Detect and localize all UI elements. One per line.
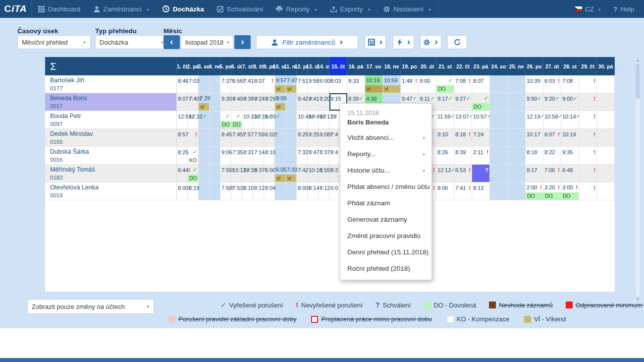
employee-cell[interactable]: Beneda Boris0017 bbox=[45, 93, 177, 111]
day-cell[interactable]: 9:41 bbox=[308, 93, 319, 111]
day-cell[interactable]: 7:47ví bbox=[286, 75, 297, 93]
vertical-scrollbar[interactable]: ▲ ▼ bbox=[635, 58, 641, 302]
nav-item-dochazka[interactable]: Docházka bbox=[156, 0, 211, 18]
legend-item[interactable]: DO - Dovolená bbox=[424, 302, 476, 309]
day-cell[interactable]: 9:10 bbox=[436, 129, 454, 146]
day-cell[interactable] bbox=[286, 111, 297, 128]
day-cell[interactable]: 9:30✓ bbox=[220, 93, 231, 111]
context-menu-item[interactable]: Přidat záznam bbox=[340, 195, 431, 211]
day-cell[interactable]: 7:24 bbox=[472, 129, 490, 146]
day-cell[interactable]: 8:39 bbox=[454, 147, 472, 164]
day-cell[interactable]: ! bbox=[579, 165, 597, 182]
day-cell[interactable]: ✓DO bbox=[188, 165, 199, 182]
day-cell[interactable]: 12:32✓ bbox=[188, 111, 199, 128]
day-cell[interactable]: 9:39✓ bbox=[242, 93, 253, 111]
day-cell[interactable] bbox=[210, 147, 220, 164]
quick-actions-button[interactable]: › bbox=[393, 35, 414, 49]
nav-item-nastaveni[interactable]: Nastavení▼ bbox=[377, 0, 438, 18]
day-cell[interactable] bbox=[490, 111, 508, 128]
day-cell[interactable]: 9:57ví bbox=[275, 75, 286, 93]
day-cell[interactable]: 8:25 bbox=[177, 147, 188, 164]
day-cell[interactable]: 9:37! bbox=[253, 165, 264, 182]
day-cell[interactable] bbox=[275, 147, 286, 164]
day-cell[interactable] bbox=[597, 75, 615, 93]
day-cell[interactable]: 8:12 bbox=[319, 182, 329, 200]
day-cell[interactable]: 9:33 bbox=[347, 75, 365, 93]
day-cell[interactable]: 7:53! bbox=[231, 182, 242, 200]
day-cell[interactable]: ✓DO bbox=[220, 111, 231, 128]
day-cell[interactable]: ! bbox=[579, 182, 597, 200]
day-cell[interactable] bbox=[597, 147, 615, 164]
day-cell[interactable] bbox=[199, 165, 210, 182]
day-cell[interactable] bbox=[508, 75, 526, 93]
legend-item[interactable]: KO - Kompenzace bbox=[447, 315, 509, 323]
day-cell[interactable]: 7:58! bbox=[220, 182, 231, 200]
day-cell[interactable]: 8:03 bbox=[329, 75, 347, 93]
context-menu-item[interactable]: Změnit pracovní pravidlo bbox=[340, 228, 431, 244]
day-cell[interactable]: 6:02! bbox=[264, 129, 275, 146]
day-cell[interactable]: 8:00! bbox=[297, 182, 308, 200]
day-cell[interactable] bbox=[508, 129, 526, 146]
legend-item[interactable]: Porušení pravidel základní pracovní doby bbox=[168, 315, 296, 323]
day-cell[interactable]: 8:37 bbox=[319, 147, 329, 164]
day-cell[interactable] bbox=[508, 147, 526, 164]
day-cell[interactable]: ? bbox=[472, 165, 490, 182]
day-cell[interactable]: 8:17 bbox=[526, 165, 543, 182]
day-cell[interactable]: 7:35 bbox=[231, 147, 242, 164]
day-cell[interactable]: 6:00! bbox=[319, 75, 329, 93]
day-cell[interactable]: 9:20✓ bbox=[264, 111, 275, 128]
day-cell[interactable]: ✓KO bbox=[188, 147, 199, 164]
day-cell[interactable]: 10:59ví bbox=[383, 75, 401, 93]
day-cell[interactable]: 10:57✓ bbox=[472, 111, 490, 128]
day-cell[interactable]: 9:07✓ bbox=[177, 93, 188, 111]
day-cell[interactable] bbox=[597, 182, 615, 200]
employee-cell[interactable]: Bartošek Jiří0177 bbox=[45, 75, 177, 93]
day-cell[interactable]: 5:05ví bbox=[275, 165, 286, 182]
legend-item[interactable]: !Nevyřešené porušení bbox=[296, 301, 362, 309]
employee-cell[interactable]: Dedek Miroslav0165 bbox=[45, 129, 177, 146]
day-cell[interactable]: 9:58 bbox=[308, 75, 319, 93]
day-cell[interactable]: 11:59✓ bbox=[436, 111, 454, 128]
day-cell[interactable]: 7:42 bbox=[297, 165, 308, 182]
month-select[interactable]: listopad 2018▼ bbox=[181, 35, 233, 49]
day-cell[interactable]: 8:04 bbox=[264, 182, 275, 200]
day-cell[interactable] bbox=[199, 182, 210, 200]
app-logo[interactable]: CiTA bbox=[0, 0, 32, 18]
day-cell[interactable]: ! bbox=[264, 75, 275, 93]
context-menu-item[interactable]: Roční přehled (2018) bbox=[340, 260, 431, 277]
day-cell[interactable] bbox=[597, 129, 615, 146]
day-cell[interactable] bbox=[490, 129, 508, 146]
settings-button[interactable]: › bbox=[420, 35, 441, 49]
day-cell[interactable]: 7:57 bbox=[242, 129, 253, 146]
employee-cell[interactable]: Bouda Petr0097 bbox=[45, 111, 177, 128]
day-cell[interactable]: 10:14✓ bbox=[561, 111, 579, 128]
day-cell[interactable] bbox=[199, 147, 210, 164]
day-cell[interactable] bbox=[210, 75, 220, 93]
day-cell[interactable]: 12:12✓ bbox=[436, 165, 454, 182]
day-cell[interactable]: 10:12✓ bbox=[231, 165, 242, 182]
day-cell[interactable]: 8:31 bbox=[242, 147, 253, 164]
day-cell[interactable]: 6:53! bbox=[454, 165, 472, 182]
day-cell[interactable]: ! bbox=[579, 111, 597, 128]
day-cell[interactable] bbox=[508, 111, 526, 128]
day-cell[interactable]: 7:56! bbox=[220, 165, 231, 182]
day-cell[interactable]: 7:41! bbox=[454, 182, 472, 200]
day-cell[interactable]: 10:58✓ bbox=[543, 111, 561, 128]
legend-item[interactable]: Odpracované minimum nesplněno bbox=[566, 302, 644, 309]
day-cell[interactable]: 6:44! bbox=[177, 165, 188, 182]
day-cell[interactable] bbox=[210, 165, 220, 182]
day-cell[interactable] bbox=[508, 182, 526, 200]
time-range-select[interactable]: Měsíční přehled▼ bbox=[17, 35, 91, 49]
day-cell[interactable]: 10:19ví bbox=[365, 75, 383, 93]
day-cell[interactable] bbox=[210, 182, 220, 200]
day-cell[interactable]: 7:41 bbox=[242, 75, 253, 93]
day-cell[interactable]: 9:29✓ bbox=[264, 93, 275, 111]
day-cell[interactable]: 6:56! bbox=[231, 75, 242, 93]
day-cell[interactable]: 8:10 bbox=[264, 147, 275, 164]
day-cell[interactable]: 7:59 bbox=[253, 129, 264, 146]
day-cell[interactable]: 8:57 bbox=[177, 129, 188, 146]
view-type-select[interactable]: Docházka▼ bbox=[95, 35, 168, 49]
next-month-button[interactable]: › bbox=[234, 35, 251, 49]
day-cell[interactable]: 10:19 bbox=[561, 129, 579, 146]
day-cell[interactable]: 8:19 bbox=[188, 182, 199, 200]
